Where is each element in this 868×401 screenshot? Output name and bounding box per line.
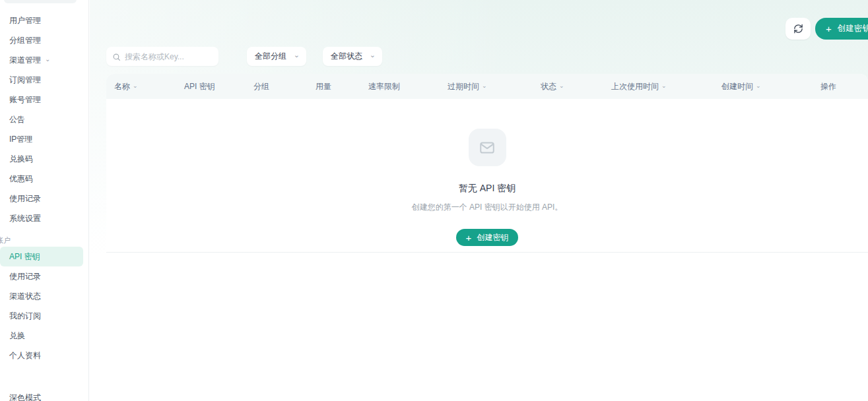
refresh-button[interactable] <box>785 18 811 40</box>
table-header-row: 名称⌄ API 密钥 分组 用量 速率限制 过期时间⌄ 状态⌄ 上次使用时间⌄ … <box>106 74 868 99</box>
main-content: + 创建密钥 全部分组 ⌄ 全部状态 ⌄ 名称⌄ API 密钥 分组 用量 <box>90 0 868 401</box>
sort-icon: ⌄ <box>756 83 761 89</box>
sidebar-item-my-subscriptions[interactable]: 我的订阅 <box>0 306 83 326</box>
column-header-expiry[interactable]: 过期时间⌄ <box>448 81 541 92</box>
refresh-icon <box>793 24 803 34</box>
sidebar-item-label: 个人资料 <box>9 350 41 361</box>
sidebar-item-user-management[interactable]: 用户管理 <box>0 11 83 30</box>
column-header-name[interactable]: 名称⌄ <box>114 81 184 92</box>
plus-icon: + <box>826 24 832 34</box>
sidebar-item-api-keys[interactable]: API 密钥 <box>0 247 83 266</box>
column-header-status[interactable]: 状态⌄ <box>541 81 611 92</box>
empty-state: 暂无 API 密钥 创建您的第一个 API 密钥以开始使用 API。 + 创建密… <box>106 129 868 246</box>
empty-state-title: 暂无 API 密钥 <box>459 183 516 195</box>
sidebar-item-usage-logs[interactable]: 使用记录 <box>0 189 83 208</box>
create-key-label: 创建密钥 <box>477 232 508 243</box>
sidebar-item-system-settings[interactable]: 系统设置 <box>0 208 83 228</box>
column-header-actions: 操作 <box>820 81 860 92</box>
sidebar-item-label: 兑换码 <box>9 154 33 165</box>
sort-icon: ⌄ <box>482 83 487 89</box>
create-key-label: 创建密钥 <box>838 23 868 34</box>
sidebar-item-label: 优惠码 <box>9 173 33 185</box>
sidebar: 用户管理 分组管理 渠道管理⌄ 订阅管理 账号管理 公告 IP管理 兑换码 优惠… <box>0 0 89 401</box>
content-background <box>90 253 868 401</box>
filter-bar: 全部分组 ⌄ 全部状态 ⌄ <box>106 47 382 66</box>
sidebar-item-label: 渠道管理 <box>9 55 41 66</box>
group-filter-value: 全部分组 <box>255 51 286 62</box>
sidebar-item-channel-status[interactable]: 渠道状态 <box>0 286 83 306</box>
sidebar-item-profile[interactable]: 个人资料 <box>0 346 83 365</box>
sidebar-item-group-management[interactable]: 分组管理 <box>0 30 83 50</box>
sidebar-item-label: 系统设置 <box>9 213 41 224</box>
status-filter-value: 全部状态 <box>331 51 362 62</box>
chevron-down-icon: ⌄ <box>45 56 50 63</box>
sidebar-section-account: 账户 <box>0 233 79 247</box>
sidebar-item-label: 我的订阅 <box>9 311 41 322</box>
column-header-usage[interactable]: 用量 <box>316 81 368 92</box>
sidebar-item-label: API 密钥 <box>9 251 40 262</box>
sidebar-item-redeem[interactable]: 兑换 <box>0 326 83 346</box>
sidebar-partial-item <box>4 0 77 3</box>
sidebar-item-label: 用户管理 <box>9 15 41 26</box>
create-key-button-top[interactable]: + 创建密钥 <box>815 18 868 40</box>
sort-icon: ⌄ <box>559 83 564 89</box>
empty-state-icon-box <box>469 129 506 166</box>
sidebar-item-label: 公告 <box>9 114 25 125</box>
sidebar-item-label: 分组管理 <box>9 35 41 46</box>
sidebar-item-label: 账号管理 <box>9 94 41 106</box>
empty-state-subtitle: 创建您的第一个 API 密钥以开始使用 API。 <box>412 202 563 213</box>
column-header-group[interactable]: 分组 <box>253 81 316 92</box>
api-keys-table-card: 名称⌄ API 密钥 分组 用量 速率限制 过期时间⌄ 状态⌄ 上次使用时间⌄ … <box>106 74 868 253</box>
sidebar-item-channel-management[interactable]: 渠道管理⌄ <box>0 50 83 70</box>
sidebar-item-label: 渠道状态 <box>9 291 41 302</box>
sidebar-item-announcements[interactable]: 公告 <box>0 109 83 129</box>
sort-icon: ⌄ <box>133 83 138 89</box>
column-header-last-used[interactable]: 上次使用时间⌄ <box>611 81 721 92</box>
sidebar-item-ip-management[interactable]: IP管理 <box>0 129 83 149</box>
chevron-down-icon: ⌄ <box>294 51 300 59</box>
sidebar-item-coupon-codes[interactable]: 优惠码 <box>0 169 83 189</box>
search-box <box>106 47 218 66</box>
sidebar-item-label: 兑换 <box>9 330 25 342</box>
sidebar-item-label: 订阅管理 <box>9 75 41 86</box>
sidebar-item-label: 深色模式 <box>9 392 41 401</box>
sidebar-item-usage-records[interactable]: 使用记录 <box>0 266 83 286</box>
sidebar-item-label: 使用记录 <box>9 271 41 282</box>
sidebar-item-label: 使用记录 <box>9 193 41 204</box>
sidebar-item-redemption-codes[interactable]: 兑换码 <box>0 149 83 169</box>
sidebar-item-dark-mode[interactable]: 深色模式 <box>0 388 83 401</box>
sidebar-item-subscription-management[interactable]: 订阅管理 <box>0 70 83 90</box>
search-icon <box>112 52 121 61</box>
sidebar-item-label: IP管理 <box>9 134 32 145</box>
column-header-created[interactable]: 创建时间⌄ <box>721 81 820 92</box>
status-filter-select[interactable]: 全部状态 ⌄ <box>323 47 382 66</box>
sidebar-nav: 用户管理 分组管理 渠道管理⌄ 订阅管理 账号管理 公告 IP管理 兑换码 优惠… <box>0 11 83 365</box>
chevron-down-icon: ⌄ <box>370 51 376 59</box>
sidebar-item-account-management[interactable]: 账号管理 <box>0 90 83 109</box>
inbox-envelope-icon <box>479 139 496 156</box>
column-header-api-key[interactable]: API 密钥 <box>184 81 253 92</box>
search-input[interactable] <box>106 47 218 66</box>
sort-icon: ⌄ <box>661 83 667 89</box>
group-filter-select[interactable]: 全部分组 ⌄ <box>247 47 306 66</box>
column-header-rate-limit[interactable]: 速率限制 <box>368 81 448 92</box>
plus-icon: + <box>466 233 472 243</box>
create-key-button-empty[interactable]: + 创建密钥 <box>456 229 519 246</box>
